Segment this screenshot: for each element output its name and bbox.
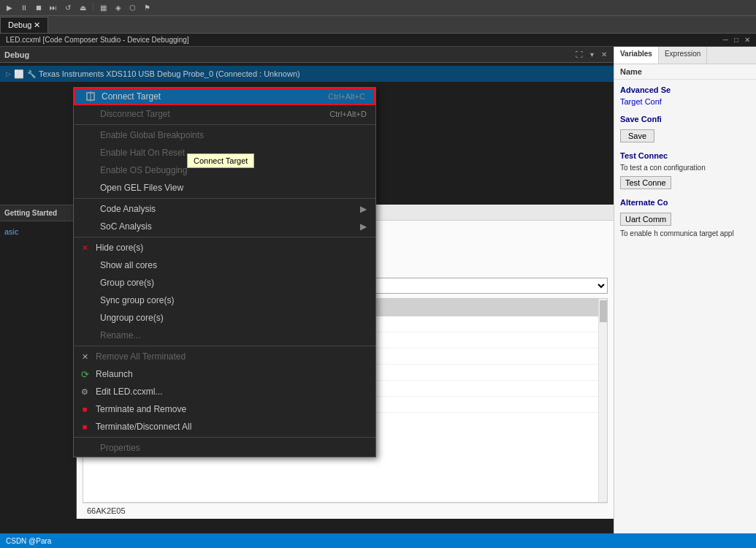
ctx-hide-cores[interactable]: ✕ Hide core(s) [74, 239, 375, 256]
toolbar-btn-7[interactable]: ▦ [97, 1, 110, 15]
ctx-rename-label: Rename... [100, 330, 140, 340]
ctx-enable-global-bp: Enable Global Breakpoints [74, 126, 375, 144]
toolbar-icons: ▶ ⏸ ⏹ ⏭ ↺ ⏏ | ▦ ◈ ⬡ ⚑ [3, 1, 154, 15]
save-config-title: Save Confi [620, 115, 750, 123]
ctx-terminate-remove[interactable]: ■ Terminate and Remove [74, 400, 375, 418]
debug-panel-ctrl-2[interactable]: ▾ [587, 50, 597, 60]
debug-panel-header: Debug ⛶ ▾ ✕ [0, 47, 614, 63]
ctx-properties: Properties [74, 439, 375, 457]
ctx-properties-label: Properties [100, 443, 140, 453]
ctx-sync-group-cores[interactable]: Sync group core(s) [74, 292, 375, 309]
tab-variables[interactable]: Variables [614, 47, 659, 64]
debug-panel-ctrl-3[interactable]: ✕ [599, 50, 609, 60]
alternate-co-title: Alternate Co [620, 198, 750, 207]
ctx-terminate-disconnect-all[interactable]: ■ Terminate/Disconnect All [74, 418, 375, 435]
ctx-disconnect-target-shortcut: Ctrl+Alt+D [329, 110, 367, 118]
ctx-sep-1 [74, 124, 375, 125]
tab-expression[interactable]: Expression [659, 47, 707, 64]
ctx-soc-analysis[interactable]: SoC Analysis ▶ [74, 218, 375, 235]
status-bar: CSDN @Para [0, 533, 756, 548]
ctx-ungroup-cores-label: Ungroup core(s) [100, 313, 164, 323]
getting-started-panel: Getting Started asic [0, 205, 77, 519]
ctx-show-all-cores-label: Show all cores [100, 260, 157, 270]
connect-target-icon [84, 91, 97, 102]
window-minimize[interactable]: ─ [723, 36, 728, 44]
ctx-hide-cores-label: Hide core(s) [96, 243, 143, 253]
save-button[interactable]: Save [620, 129, 654, 142]
debug-item-icon: ⬜ [14, 69, 24, 79]
debug-tree-item[interactable]: ▷ ⬜ 🔧 Texas Instruments XDS110 USB Debug… [0, 66, 614, 82]
right-tabs: Variables Expression [614, 47, 756, 64]
toolbar-btn-2[interactable]: ⏸ [18, 1, 31, 15]
ctx-sep-5 [74, 437, 375, 438]
edit-ccxml-icon: ⚙ [78, 387, 91, 397]
toolbar-btn-4[interactable]: ⏭ [47, 1, 60, 15]
ctx-enable-os-label: Enable OS Debugging [100, 165, 187, 175]
debug-panel-title: Debug [4, 50, 29, 59]
ctx-terminate-disconnect-all-label: Terminate/Disconnect All [96, 422, 191, 432]
target-conf-link[interactable]: Target Conf [620, 97, 750, 106]
device-footer: 66AK2E05 [83, 503, 608, 518]
hide-cores-icon: ✕ [78, 243, 91, 253]
toolbar-btn-1[interactable]: ▶ [3, 1, 16, 15]
test-connect-section: Test Connec To test a con configuration … [620, 151, 750, 189]
status-item-1: CSDN @Para [6, 537, 51, 545]
code-analysis-arrow: ▶ [360, 204, 367, 214]
right-panel: Variables Expression Name Advanced Se Ta… [614, 47, 756, 533]
context-menu: Connect Target Ctrl+Alt+C Disconnect Tar… [73, 87, 376, 457]
ctx-sync-group-cores-label: Sync group core(s) [100, 295, 174, 305]
debug-panel-controls: ⛶ ▾ ✕ [574, 50, 609, 60]
tooltip-popup: Connect Target [187, 153, 254, 168]
terminate-disconnect-all-icon: ■ [78, 422, 91, 431]
ctx-relaunch[interactable]: ⟳ Relaunch [74, 365, 375, 383]
tab-debug[interactable]: Debug ✕ [0, 17, 48, 33]
device-list-scrollbar[interactable] [598, 299, 607, 502]
variables-name-header: Name [614, 64, 756, 80]
ctx-connect-target-shortcut: Ctrl+Alt+C [328, 92, 365, 101]
right-sections: Advanced Se Target Conf Save Confi Save … [614, 80, 756, 533]
ctx-sep-2 [74, 198, 375, 199]
debug-tree-label: Texas Instruments XDS110 USB Debug Probe… [39, 69, 300, 78]
ctx-relaunch-label: Relaunch [96, 369, 133, 379]
ctx-connect-target[interactable]: Connect Target Ctrl+Alt+C [74, 88, 375, 105]
ctx-ungroup-cores[interactable]: Ungroup core(s) [74, 309, 375, 327]
test-connect-button[interactable]: Test Conne [620, 176, 671, 189]
toolbar-btn-10[interactable]: ⚑ [141, 1, 154, 15]
ctx-open-gel-label: Open GEL Files View [100, 183, 183, 193]
getting-started-header: Getting Started [0, 205, 76, 221]
device-list-scroll-thumb [600, 300, 607, 322]
ctx-sep-4 [74, 346, 375, 346]
ctx-code-analysis[interactable]: Code Analysis ▶ [74, 200, 375, 218]
alternate-co-section: Alternate Co Uart Comm To enable h commu… [620, 198, 750, 239]
relaunch-icon: ⟳ [78, 369, 91, 380]
alternate-co-desc: To enable h communica target appl [620, 229, 750, 239]
ctx-open-gel[interactable]: Open GEL Files View [74, 179, 375, 197]
soc-analysis-arrow: ▶ [360, 221, 367, 232]
ctx-rename: Rename... [74, 327, 375, 344]
tooltip-text: Connect Target [194, 156, 248, 165]
toolbar-btn-6[interactable]: ⏏ [76, 1, 89, 15]
ctx-connect-target-label: Connect Target [102, 91, 161, 102]
toolbar: ▶ ⏸ ⏹ ⏭ ↺ ⏏ | ▦ ◈ ⬡ ⚑ [0, 0, 756, 16]
ctx-edit-ccxml-label: Edit LED.ccxml... [96, 387, 162, 397]
window-restore[interactable]: □ [734, 36, 738, 44]
ctx-group-cores-label: Group core(s) [100, 278, 154, 288]
ctx-edit-ccxml[interactable]: ⚙ Edit LED.ccxml... [74, 383, 375, 400]
window-close[interactable]: ✕ [744, 36, 750, 44]
ctx-group-cores[interactable]: Group core(s) [74, 274, 375, 292]
texas-instruments-icon: 🔧 [27, 70, 36, 78]
getting-started-link[interactable]: asic [4, 227, 72, 236]
toolbar-btn-8[interactable]: ◈ [112, 1, 125, 15]
ctx-remove-all-terminated-label: Remove All Terminated [96, 351, 186, 362]
uart-comm-button[interactable]: Uart Comm [620, 213, 671, 226]
tab-bar: Debug ✕ [0, 16, 756, 34]
toolbar-btn-9[interactable]: ⬡ [126, 1, 140, 15]
terminate-remove-icon: ■ [78, 405, 91, 414]
ctx-show-all-cores[interactable]: Show all cores [74, 256, 375, 274]
toolbar-btn-5[interactable]: ↺ [61, 1, 75, 15]
tab-debug-label: Debug ✕ [8, 20, 40, 30]
toolbar-btn-3[interactable]: ⏹ [32, 1, 45, 15]
save-config-section: Save Confi Save [620, 115, 750, 142]
ctx-code-analysis-label: Code Analysis [100, 204, 156, 214]
debug-panel-ctrl-1[interactable]: ⛶ [574, 50, 584, 60]
